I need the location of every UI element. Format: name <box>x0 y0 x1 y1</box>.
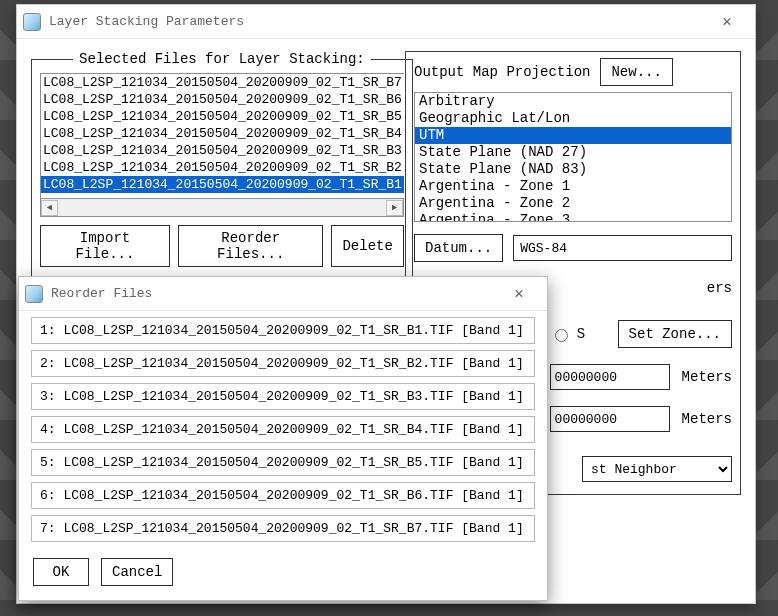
projection-row[interactable]: Geographic Lat/Lon <box>415 110 731 127</box>
reorder-item[interactable]: 3: LC08_L2SP_121034_20150504_20200909_02… <box>31 383 535 410</box>
file-row[interactable]: LC08_L2SP_121034_20150504_20200909_02_T1… <box>41 159 404 176</box>
meters-label-y: Meters <box>682 411 732 427</box>
reorder-files-dialog: Reorder Files ✕ 1: LC08_L2SP_121034_2015… <box>18 276 548 601</box>
projection-row[interactable]: Arbitrary <box>415 93 731 110</box>
close-icon[interactable]: ✕ <box>499 281 539 307</box>
file-row[interactable]: LC08_L2SP_121034_20150504_20200909_02_T1… <box>41 108 404 125</box>
file-row[interactable]: LC08_L2SP_121034_20150504_20200909_02_T1… <box>41 74 404 91</box>
resampling-select[interactable]: st Neighbor <box>582 456 732 482</box>
app-icon <box>25 285 43 303</box>
reorder-titlebar[interactable]: Reorder Files ✕ <box>19 277 547 311</box>
projection-row[interactable]: Argentina - Zone 2 <box>415 195 731 212</box>
selected-files-panel: Selected Files for Layer Stacking: LC08_… <box>31 51 413 278</box>
close-icon[interactable]: ✕ <box>707 9 747 35</box>
output-projection-label: Output Map Projection <box>414 64 590 80</box>
scroll-left-icon[interactable]: ◄ <box>41 200 58 216</box>
reorder-item[interactable]: 6: LC08_L2SP_121034_20150504_20200909_02… <box>31 482 535 509</box>
reorder-item[interactable]: 1: LC08_L2SP_121034_20150504_20200909_02… <box>31 317 535 344</box>
reorder-files-button[interactable]: Reorder Files... <box>178 225 323 267</box>
scroll-right-icon[interactable]: ► <box>386 200 403 216</box>
datum-field[interactable] <box>513 235 732 261</box>
new-projection-button[interactable]: New... <box>600 58 672 86</box>
y-pixel-size-field[interactable]: 00000000 <box>550 406 670 432</box>
dialog-title: Layer Stacking Parameters <box>49 14 244 29</box>
reorder-list: 1: LC08_L2SP_121034_20150504_20200909_02… <box>19 317 547 542</box>
set-zone-button[interactable]: Set Zone... <box>618 320 732 348</box>
datum-button[interactable]: Datum... <box>414 234 503 262</box>
reorder-title: Reorder Files <box>51 286 152 301</box>
projection-row[interactable]: Argentina - Zone 1 <box>415 178 731 195</box>
file-row[interactable]: LC08_L2SP_121034_20150504_20200909_02_T1… <box>41 91 404 108</box>
reorder-item[interactable]: 5: LC08_L2SP_121034_20150504_20200909_02… <box>31 449 535 476</box>
file-row[interactable]: LC08_L2SP_121034_20150504_20200909_02_T1… <box>41 142 404 159</box>
ok-button[interactable]: OK <box>33 558 89 586</box>
projection-row[interactable]: UTM <box>415 127 731 144</box>
selected-files-list[interactable]: LC08_L2SP_121034_20150504_20200909_02_T1… <box>40 73 404 199</box>
titlebar[interactable]: Layer Stacking Parameters ✕ <box>17 5 755 39</box>
delete-button[interactable]: Delete <box>331 225 403 267</box>
reorder-item[interactable]: 2: LC08_L2SP_121034_20150504_20200909_02… <box>31 350 535 377</box>
projection-row[interactable]: Argentina - Zone 3 <box>415 212 731 222</box>
file-row[interactable]: LC08_L2SP_121034_20150504_20200909_02_T1… <box>41 125 404 142</box>
import-file-button[interactable]: Import File... <box>40 225 170 267</box>
zone-s-radio[interactable]: S <box>550 326 585 342</box>
projection-row[interactable]: State Plane (NAD 83) <box>415 161 731 178</box>
selected-files-legend: Selected Files for Layer Stacking: <box>73 51 371 67</box>
file-row[interactable]: LC08_L2SP_121034_20150504_20200909_02_T1… <box>41 176 404 193</box>
projection-list[interactable]: ArbitraryGeographic Lat/LonUTMState Plan… <box>414 92 732 222</box>
hscrollbar[interactable]: ◄ ► <box>40 199 404 217</box>
app-icon <box>23 13 41 31</box>
x-pixel-size-field[interactable]: 00000000 <box>550 364 670 390</box>
reorder-item[interactable]: 7: LC08_L2SP_121034_20150504_20200909_02… <box>31 515 535 542</box>
projection-row[interactable]: State Plane (NAD 27) <box>415 144 731 161</box>
cancel-button[interactable]: Cancel <box>101 558 173 586</box>
units-value-tail: ers <box>707 280 732 296</box>
reorder-item[interactable]: 4: LC08_L2SP_121034_20150504_20200909_02… <box>31 416 535 443</box>
meters-label-x: Meters <box>682 369 732 385</box>
